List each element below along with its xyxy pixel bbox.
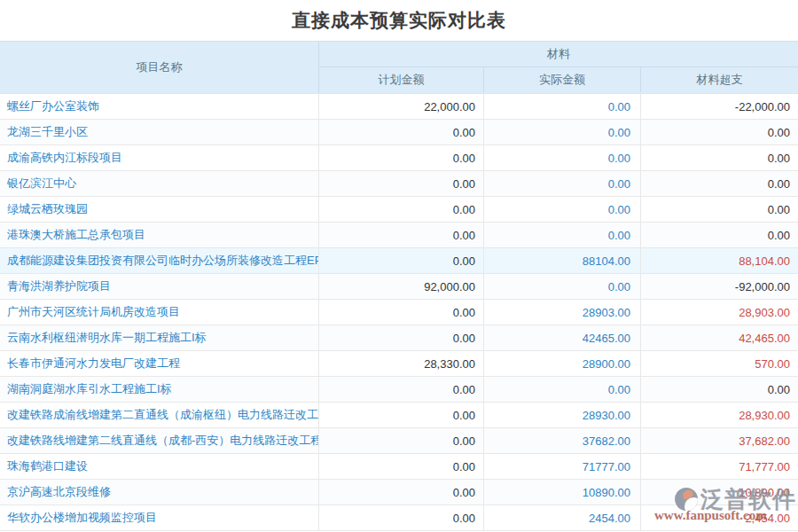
column-header-actual-amount[interactable]: 实际金额 — [484, 67, 641, 92]
planned-amount-value: 0.00 — [319, 120, 484, 145]
planned-amount-value: 0.00 — [319, 145, 484, 170]
material-overspend-value: -92,000.00 — [641, 274, 798, 299]
project-name-link[interactable]: 珠海鹤港口建设 — [0, 454, 319, 479]
actual-amount-link[interactable]: 0.00 — [484, 94, 641, 119]
project-name-link[interactable]: 绿城云栖玫瑰园 — [0, 197, 319, 222]
page-title: 直接成本预算实际对比表 — [292, 8, 506, 33]
planned-amount-value: 28,330.00 — [319, 351, 484, 376]
project-name-link[interactable]: 银亿滨江中心 — [0, 171, 319, 196]
actual-amount-link[interactable]: 71777.00 — [484, 454, 641, 479]
project-name-link[interactable]: 云南水利枢纽潜明水库一期工程施工I标 — [0, 325, 319, 350]
material-overspend-value: 42,465.00 — [641, 325, 798, 350]
planned-amount-value: 22,000.00 — [319, 94, 484, 119]
project-name-link[interactable]: 龙湖三千里小区 — [0, 120, 319, 145]
project-name-link[interactable]: 成都能源建设集团投资有限公司临时办公场所装修改造工程EPC — [0, 248, 319, 273]
table-row[interactable]: 改建铁路成渝线增建第二直通线（成渝枢纽）电力线路迁改工程0.0028930.00… — [0, 403, 798, 428]
material-overspend-value: 2,454.00 — [641, 505, 798, 530]
material-overspend-value: 0.00 — [641, 120, 798, 145]
planned-amount-value: 92,000.00 — [319, 274, 484, 299]
planned-amount-value: 0.00 — [319, 197, 484, 222]
actual-amount-link[interactable]: 2454.00 — [484, 505, 641, 530]
table-row[interactable]: 华软办公楼增加视频监控项目0.002454.002,454.00 — [0, 505, 798, 531]
page: 直接成本预算实际对比表 项目名称 材料 计划金额 实际金额 材料超支 螺丝厂办公… — [0, 0, 798, 532]
actual-amount-link[interactable]: 0.00 — [484, 120, 641, 145]
project-name-link[interactable]: 湖南洞庭湖水库引水工程施工I标 — [0, 377, 319, 402]
table-row[interactable]: 云南水利枢纽潜明水库一期工程施工I标0.0042465.0042,465.00 — [0, 325, 798, 351]
comparison-table: 项目名称 材料 计划金额 实际金额 材料超支 螺丝厂办公室装饰22,000.00… — [0, 41, 798, 531]
actual-amount-link[interactable]: 0.00 — [484, 377, 641, 402]
table-row[interactable]: 成渝高铁内江标段项目0.000.000.00 — [0, 145, 798, 171]
column-header-planned-amount[interactable]: 计划金额 — [319, 67, 484, 92]
project-name-link[interactable]: 长春市伊通河水力发电厂改建工程 — [0, 351, 319, 376]
material-overspend-value: 37,682.00 — [641, 428, 798, 453]
actual-amount-link[interactable]: 28930.00 — [484, 403, 641, 427]
project-name-link[interactable]: 改建铁路线增建第二线直通线（成都-西安）电力线路迁改工程 — [0, 428, 319, 453]
column-header-project-name[interactable]: 项目名称 — [0, 42, 319, 93]
actual-amount-link[interactable]: 42465.00 — [484, 325, 641, 350]
material-overspend-value: 0.00 — [641, 145, 798, 170]
project-name-link[interactable]: 青海洪湖养护院项目 — [0, 274, 319, 299]
planned-amount-value: 0.00 — [319, 248, 484, 273]
material-subheaders: 计划金额 实际金额 材料超支 — [319, 67, 798, 92]
actual-amount-link[interactable]: 37682.00 — [484, 428, 641, 453]
table-row[interactable]: 港珠澳大桥施工总承包项目0.000.000.00 — [0, 223, 798, 248]
actual-amount-link[interactable]: 0.00 — [484, 197, 641, 222]
actual-amount-link[interactable]: 28900.00 — [484, 351, 641, 376]
table-row[interactable]: 银亿滨江中心0.000.000.00 — [0, 171, 798, 197]
actual-amount-link[interactable]: 0.00 — [484, 223, 641, 247]
table-row[interactable]: 青海洪湖养护院项目92,000.000.00-92,000.00 — [0, 274, 798, 300]
material-overspend-value: 71,777.00 — [641, 454, 798, 479]
material-overspend-value: 570.00 — [641, 351, 798, 376]
project-name-link[interactable]: 广州市天河区统计局机房改造项目 — [0, 300, 319, 325]
project-name-link[interactable]: 成渝高铁内江标段项目 — [0, 145, 319, 170]
table-row[interactable]: 螺丝厂办公室装饰22,000.000.00-22,000.00 — [0, 94, 798, 120]
material-overspend-value: 28,930.00 — [641, 403, 798, 427]
planned-amount-value: 0.00 — [319, 480, 484, 505]
planned-amount-value: 0.00 — [319, 300, 484, 325]
project-name-link[interactable]: 改建铁路成渝线增建第二直通线（成渝枢纽）电力线路迁改工程 — [0, 403, 319, 427]
table-header: 项目名称 材料 计划金额 实际金额 材料超支 — [0, 42, 798, 94]
actual-amount-link[interactable]: 28903.00 — [484, 300, 641, 325]
planned-amount-value: 0.00 — [319, 223, 484, 247]
material-overspend-value: -22,000.00 — [641, 94, 798, 119]
table-row[interactable]: 长春市伊通河水力发电厂改建工程28,330.0028900.00570.00 — [0, 351, 798, 377]
planned-amount-value: 0.00 — [319, 377, 484, 402]
table-row[interactable]: 绿城云栖玫瑰园0.000.000.00 — [0, 197, 798, 223]
planned-amount-value: 0.00 — [319, 325, 484, 350]
project-name-link[interactable]: 华软办公楼增加视频监控项目 — [0, 505, 319, 530]
project-name-link[interactable]: 京沪高速北京段维修 — [0, 480, 319, 505]
planned-amount-value: 0.00 — [319, 505, 484, 530]
material-overspend-value: 0.00 — [641, 197, 798, 222]
material-overspend-value: 0.00 — [641, 171, 798, 196]
material-overspend-value: 0.00 — [641, 377, 798, 402]
actual-amount-link[interactable]: 88104.00 — [484, 248, 641, 273]
material-overspend-value: 0.00 — [641, 223, 798, 247]
table-row[interactable]: 珠海鹤港口建设0.0071777.0071,777.00 — [0, 454, 798, 480]
table-body: 螺丝厂办公室装饰22,000.000.00-22,000.00龙湖三千里小区0.… — [0, 94, 798, 531]
actual-amount-link[interactable]: 10890.00 — [484, 480, 641, 505]
table-row[interactable]: 湖南洞庭湖水库引水工程施工I标0.000.000.00 — [0, 377, 798, 403]
table-row[interactable]: 成都能源建设集团投资有限公司临时办公场所装修改造工程EPC0.0088104.0… — [0, 248, 798, 274]
project-name-link[interactable]: 螺丝厂办公室装饰 — [0, 94, 319, 119]
project-name-link[interactable]: 港珠澳大桥施工总承包项目 — [0, 223, 319, 247]
actual-amount-link[interactable]: 0.00 — [484, 171, 641, 196]
material-column-group: 材料 计划金额 实际金额 材料超支 — [319, 42, 798, 93]
planned-amount-value: 0.00 — [319, 171, 484, 196]
material-overspend-value: 10,890.00 — [641, 480, 798, 505]
material-overspend-value: 28,903.00 — [641, 300, 798, 325]
table-row[interactable]: 京沪高速北京段维修0.0010890.0010,890.00 — [0, 480, 798, 505]
table-row[interactable]: 广州市天河区统计局机房改造项目0.0028903.0028,903.00 — [0, 300, 798, 325]
table-row[interactable]: 龙湖三千里小区0.000.000.00 — [0, 120, 798, 145]
column-group-material[interactable]: 材料 — [319, 42, 798, 67]
actual-amount-link[interactable]: 0.00 — [484, 145, 641, 170]
planned-amount-value: 0.00 — [319, 403, 484, 427]
actual-amount-link[interactable]: 0.00 — [484, 274, 641, 299]
title-bar: 直接成本预算实际对比表 — [0, 0, 798, 41]
planned-amount-value: 0.00 — [319, 428, 484, 453]
table-row[interactable]: 改建铁路线增建第二线直通线（成都-西安）电力线路迁改工程0.0037682.00… — [0, 428, 798, 454]
planned-amount-value: 0.00 — [319, 454, 484, 479]
material-overspend-value: 88,104.00 — [641, 248, 798, 273]
column-header-material-overspend[interactable]: 材料超支 — [641, 67, 798, 92]
